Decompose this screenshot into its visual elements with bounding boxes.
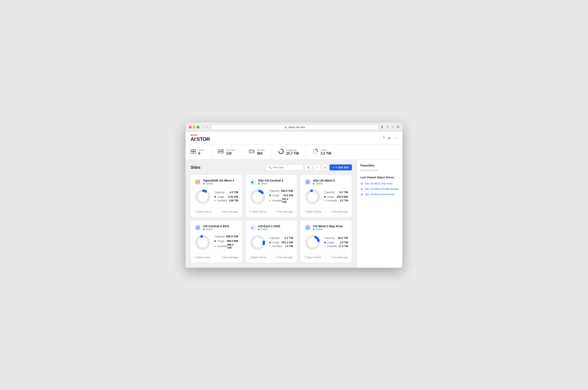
site-card-us-west-2[interactable]: Site US-West-2 Online: [300, 175, 352, 217]
stat-capacity-label: Capacity: [286, 148, 299, 152]
maximize-button[interactable]: [197, 126, 200, 129]
sites-title: Sites: [191, 165, 201, 170]
header-actions: ? ⚙ →: [383, 136, 397, 140]
capacity-value: 2.2 TiB: [339, 191, 348, 194]
usage-dot: [214, 196, 216, 198]
site-status: Online: [258, 228, 280, 231]
capacity-row: Capacity 20.0 TiB: [324, 236, 348, 240]
svg-point-27: [252, 236, 264, 249]
address-bar[interactable]: 🔒 aistor.min.dev: [211, 125, 378, 130]
site-card-header: Site US-West-2 Online: [304, 179, 348, 185]
site-icon-k8s2: [195, 224, 201, 231]
object-stores-count: 2 Object Stores: [195, 210, 212, 213]
help-icon[interactable]: ?: [383, 136, 385, 140]
status-dot: [258, 229, 259, 230]
capacity-info: Capacity 2.2 TiB Usage 226.9 MiB Availab…: [324, 191, 348, 203]
available-value: 17.5 TiB: [338, 245, 348, 248]
usage-dot: [269, 195, 271, 196]
capacity-label: Capacity: [269, 236, 280, 240]
site-card-us-central-2-eks[interactable]: US-Central-2 EKS Online: [191, 220, 242, 263]
last-viewed-item-2[interactable]: ⚙ Site US-West-2/model-storage: [361, 186, 399, 192]
usage-row: Usage 226.9 MiB: [324, 195, 348, 198]
object-store-icon-1: ⚙: [361, 182, 363, 185]
capacity-value: 386.0 GiB: [281, 189, 293, 192]
site-name: Site US-West-2: [313, 179, 335, 182]
site-card-footer: 2 Object Stores 0 Key Manager: [304, 254, 348, 259]
usage-value: 651.3 GiB: [282, 241, 293, 244]
available-row: Available 1.68 TiB: [214, 199, 238, 202]
settings-icon[interactable]: ⚙: [388, 136, 391, 140]
object-store-icon-3: ⚙: [361, 193, 363, 196]
available-value: 998.3 GiB: [227, 243, 238, 249]
stat-used[interactable]: Used 3.2 TiB: [312, 145, 338, 159]
servers-icon: [218, 149, 224, 155]
key-manager-count: 0 Key Manager: [221, 210, 238, 213]
capacity-info: Capacity 2.2 TiB Usage 651.3 GiB Availab…: [269, 236, 293, 248]
status-dot: [313, 229, 314, 230]
logout-icon[interactable]: →: [394, 136, 397, 140]
svg-rect-2: [191, 152, 193, 153]
key-manager-count: 0 Key Manager: [276, 210, 293, 213]
url-text: aistor.min.dev: [289, 126, 305, 129]
sort-button[interactable]: ⇅: [305, 164, 312, 171]
add-site-button[interactable]: + + Add Site: [330, 164, 352, 170]
donut-section: Capacity 998.9 GiB Usage 608.0 MiB Avail…: [195, 234, 238, 251]
site-name: US-East-1 GKE: [258, 224, 280, 228]
object-stores-count: 1 Object Store: [195, 256, 210, 259]
back-button[interactable]: ‹: [202, 125, 205, 129]
usage-value: 34.8 GiB: [283, 194, 293, 197]
new-tab-icon[interactable]: ＋: [391, 125, 394, 129]
status-dot: [313, 183, 314, 185]
stat-used-label: Used: [321, 148, 331, 152]
svg-point-6: [222, 150, 223, 150]
stat-sites[interactable]: Sites 6: [191, 145, 211, 159]
svg-point-7: [222, 152, 223, 153]
site-card-openshift-us-west-1[interactable]: OpenShift US-West-1 Online: [191, 175, 242, 217]
last-viewed-item-3[interactable]: ⚙ Site US-West-2/new-tenant: [361, 192, 399, 197]
close-button[interactable]: [189, 126, 192, 129]
add-site-label: + Add Site: [336, 166, 349, 169]
sort-icon: ⇅: [307, 166, 310, 169]
stat-drives[interactable]: Drives 804: [249, 145, 271, 159]
capacity-row: Capacity 2.2 TiB: [269, 236, 293, 240]
stat-capacity[interactable]: Capacity 25.7 TiB: [278, 145, 306, 159]
site-card-header: US-West-1 Bay Area Online: [304, 224, 348, 231]
site-card-us-east-1-gke[interactable]: US-East-1 GKE Online: [246, 220, 297, 263]
content-area: Sites 🔍 ⇅ ✓ ℹ + + Add Site: [186, 159, 357, 268]
site-card-us-west-1-bay-area[interactable]: US-West-1 Bay Area Online: [300, 220, 352, 263]
filter-active-button[interactable]: ✓: [314, 164, 321, 171]
site-card-header: Site US-Central-1 Online: [250, 179, 293, 185]
object-stores-count: 2 Object Stores: [304, 256, 321, 259]
available-dot: [324, 200, 326, 201]
download-icon[interactable]: ⬇: [381, 125, 383, 129]
usage-dot: [324, 196, 326, 198]
search-input[interactable]: [273, 166, 301, 169]
tabs-icon[interactable]: ⧉: [397, 125, 399, 129]
forward-button[interactable]: ›: [206, 125, 209, 129]
site-name-area: US-West-1 Bay Area Online: [313, 224, 342, 231]
used-icon: [312, 148, 318, 155]
site-name-area: US-Central-2 EKS Online: [203, 224, 229, 231]
site-card-us-central-1[interactable]: Site US-Central-1 Online: [246, 175, 297, 217]
capacity-label: Capacity: [324, 236, 335, 240]
last-viewed-item-1[interactable]: ⚙ Site US-West-2/my-minio: [361, 181, 399, 186]
site-card-footer: 7 Object Stores 1 Key Manager: [304, 208, 348, 213]
available-value: 1.68 TiB: [229, 199, 238, 202]
site-icon-bay: [304, 224, 311, 231]
object-store-icon-2: ⚙: [361, 187, 363, 191]
minimize-button[interactable]: [193, 126, 196, 129]
available-row: Available 998.3 GiB: [214, 243, 238, 249]
stat-servers[interactable]: Servers 120: [218, 145, 242, 159]
svg-marker-20: [306, 181, 309, 183]
last-viewed-text-2: Site US-West-2/model-storage: [365, 188, 398, 191]
info-button[interactable]: ℹ: [322, 164, 328, 171]
site-card-header: US-Central-2 EKS Online: [195, 224, 238, 231]
donut-chart: [250, 189, 266, 205]
key-manager-count: 1 Key Manager: [331, 210, 348, 213]
usage-row: Usage 608.0 MiB: [214, 240, 238, 243]
stat-drives-label: Drives: [257, 148, 265, 152]
svg-rect-0: [191, 149, 193, 151]
search-box[interactable]: 🔍: [266, 164, 303, 170]
share-icon[interactable]: ↗: [386, 125, 388, 129]
usage-row: Usage 34.8 GiB: [269, 194, 293, 197]
